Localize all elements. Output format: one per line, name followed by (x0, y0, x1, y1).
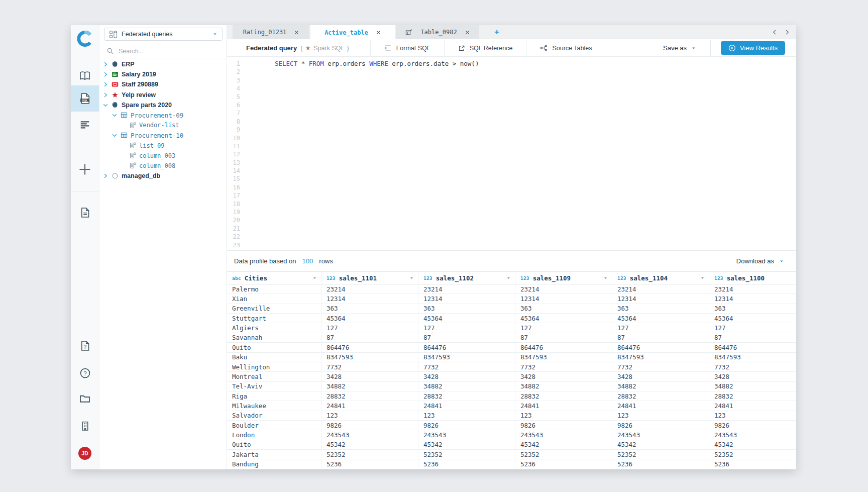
line-number: 20 (227, 216, 240, 224)
close-icon[interactable] (294, 30, 299, 35)
caret-down-gray-icon[interactable] (312, 276, 317, 280)
app-logo[interactable] (71, 30, 99, 47)
search-icon (106, 47, 114, 55)
cell-value: 8347593 (515, 353, 612, 362)
cell-value: 127 (418, 323, 515, 332)
chevron-right-icon[interactable] (102, 81, 108, 87)
table-row[interactable]: Boulder98269826982698269826 (227, 421, 796, 430)
column-header-sales-1102[interactable]: 123sales_1102 (418, 272, 515, 284)
cell-city: Baku (227, 353, 321, 362)
chevron-right-icon[interactable] (784, 29, 790, 35)
column-header-sales-1100[interactable]: 123sales_1100 (709, 272, 796, 284)
table-row[interactable]: London243543243543243543243543243543 (227, 430, 796, 440)
table-row[interactable]: Salvador123123123123123 (227, 411, 796, 421)
table-row[interactable]: Riga2883228832288322883228832 (227, 391, 796, 401)
text-lines-icon[interactable] (71, 117, 99, 132)
help-button[interactable]: ? (71, 365, 99, 380)
line-number: 18 (227, 200, 240, 208)
folder-button[interactable] (71, 391, 99, 406)
sql-editor-nav-active[interactable]: SQL (71, 85, 99, 112)
chevron-right-icon[interactable] (102, 61, 108, 67)
scope-selector-dropdown[interactable]: Federated queries (104, 28, 223, 41)
svg-text:SQL: SQL (82, 99, 88, 102)
table-row[interactable]: Montreal34283428342834283428 (227, 372, 796, 381)
caret-down-gray-icon[interactable] (603, 276, 608, 280)
document-icon[interactable] (71, 205, 99, 220)
tree-item-yelp-review[interactable]: Yelp review (99, 90, 227, 100)
table-row[interactable]: Baku83475938347593834759383475938347593 (227, 353, 796, 362)
tree-item-column-008[interactable]: column_008 (99, 161, 227, 171)
view-results-button[interactable]: View Results (721, 41, 785, 55)
tab-active-table[interactable]: Active_table (310, 25, 395, 40)
new-item-button[interactable] (71, 147, 99, 192)
table-row[interactable]: Wellington77327732773277327732 (227, 362, 796, 372)
release-notes-button[interactable]: ? (71, 338, 99, 353)
column-header-sales-1109[interactable]: 123sales_1109 (515, 272, 612, 284)
tree-item-procurement-09[interactable]: Procurement-09 (99, 110, 227, 120)
chevron-right-icon[interactable] (102, 173, 108, 179)
column-header-sales-1101[interactable]: 123sales_1101 (321, 272, 418, 284)
table-row[interactable]: Savannah8787878787 (227, 333, 796, 343)
close-icon[interactable] (376, 30, 381, 35)
chevron-down-icon[interactable] (112, 132, 118, 138)
tree-item-label: Procurement-10 (131, 132, 183, 139)
cell-value: 7732 (418, 362, 515, 371)
table-row[interactable]: Milwaukee2484124841248412484124841 (227, 401, 796, 411)
tree-item-column-003[interactable]: column_003 (99, 151, 227, 161)
save-as-button[interactable]: Save as (649, 40, 710, 56)
sql-reference-button[interactable]: SQL Reference (445, 40, 526, 56)
organization-button[interactable] (71, 418, 99, 433)
close-icon[interactable] (465, 30, 470, 35)
book-icon[interactable] (71, 68, 99, 83)
format-sql-button[interactable]: Format SQL (371, 40, 444, 56)
cell-value: 45364 (321, 314, 418, 323)
tree-item-spare-parts-2020[interactable]: Spare parts 2020 (99, 100, 227, 110)
cell-value: 87 (321, 333, 418, 342)
new-tab-button[interactable]: + (489, 25, 504, 39)
user-avatar[interactable]: JD (78, 447, 91, 460)
table-row[interactable]: Quito4534245342453424534245342 (227, 440, 796, 450)
chevron-down-icon[interactable] (112, 112, 118, 118)
tab-rating-01231[interactable]: Rating_01231 (233, 25, 309, 39)
tree-item-label: managed_db (122, 172, 160, 179)
chevron-down-icon (779, 259, 784, 264)
search-input[interactable] (119, 48, 214, 55)
chevron-down-icon[interactable] (102, 102, 108, 108)
table-row[interactable]: Stuttgart4536445364453644536445364 (227, 314, 796, 323)
table-row[interactable]: Xian1231412314123141231412314 (227, 294, 796, 304)
chevron-right-icon[interactable] (102, 71, 108, 77)
table-row[interactable]: Quito864476864476864476864476864476 (227, 343, 796, 352)
tree-item-managed-db[interactable]: managed_db (99, 171, 227, 181)
cell-value: 34882 (515, 382, 612, 391)
query-type-group: Federated query ( Spark SQL ) (246, 40, 370, 56)
tree-item-staff-290889[interactable]: Staff 290889 (99, 79, 227, 89)
tree-item-vendor-list[interactable]: Vendor-list (99, 120, 227, 130)
chevron-left-icon[interactable] (772, 29, 778, 35)
sql-editor[interactable]: 1SELECT * FROM erp.orders WHERE erp.orde… (227, 57, 796, 250)
table-row[interactable]: Greenville363363363363363 (227, 304, 796, 314)
profile-row-count[interactable]: 100 (301, 257, 315, 265)
table-row[interactable]: Bandung52365236523652365236 (227, 459, 796, 469)
column-name: sales_1101 (339, 274, 377, 282)
source-tables-button[interactable]: Source Tables (526, 40, 605, 56)
cell-value: 8347593 (709, 353, 796, 362)
yelp-icon (112, 91, 119, 99)
caret-down-gray-icon[interactable] (506, 276, 511, 280)
table-row[interactable]: Palermo2321423214232142321423214 (227, 284, 796, 294)
caret-down-gray-icon[interactable] (409, 276, 414, 280)
column-header-cities[interactable]: abcCities (227, 272, 321, 284)
column-header-sales-1104[interactable]: 123sales_1104 (612, 272, 709, 284)
tree-item-salary-2019[interactable]: Salary 2019 (99, 69, 227, 79)
cell-value: 24841 (321, 401, 418, 410)
chevron-right-icon[interactable] (102, 92, 108, 98)
tree-item-procurement-10[interactable]: Procurement-10 (99, 130, 227, 140)
tab-table-0982[interactable]: Table_0982 (396, 25, 479, 39)
caret-down-gray-icon[interactable] (700, 276, 705, 280)
tree-item-erp[interactable]: ERP (99, 59, 227, 69)
editor-line: 8 (227, 118, 796, 126)
download-as-button[interactable]: Download as (736, 257, 784, 265)
table-row[interactable]: Jakarta5235252352523525235252352 (227, 450, 796, 459)
table-row[interactable]: Tel-Aviv3488234882348823488234882 (227, 382, 796, 391)
table-row[interactable]: Algiers127127127127127 (227, 323, 796, 333)
tree-item-list-09[interactable]: list_09 (99, 141, 227, 151)
